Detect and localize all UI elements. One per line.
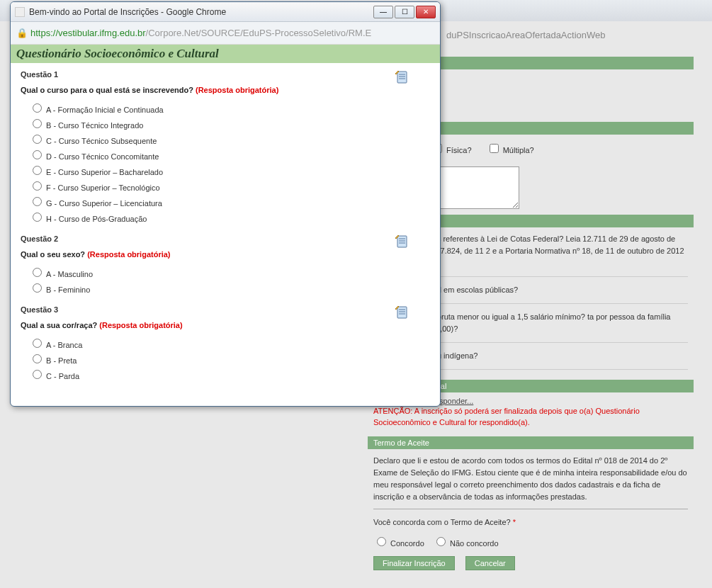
- question-1: Questão 1 Qual o curso para o qual está …: [21, 70, 430, 225]
- warning-questionario: ATENÇÃO: A inscrição só poderá ser final…: [373, 405, 688, 428]
- q1-opt-c[interactable]: C - Curso Técnico Subsequente: [29, 131, 430, 147]
- q1-opt-d[interactable]: D - Curso Técnico Concomitante: [29, 147, 430, 162]
- radio-concordo[interactable]: Concordo: [373, 539, 424, 548]
- q1-opt-a[interactable]: A - Formação Inicial e Continuada: [29, 100, 430, 115]
- question-2-number: Questão 2: [21, 234, 430, 243]
- address-bar[interactable]: 🔒 https://vestibular.ifmg.edu.br/Corpore…: [11, 22, 440, 45]
- svg-rect-8: [397, 307, 407, 318]
- q1-opt-b[interactable]: B - Curso Técnico Integrado: [29, 115, 430, 131]
- required-marker: *: [513, 518, 516, 526]
- q1-opt-f[interactable]: F - Curso Superior – Tecnológico: [29, 178, 430, 193]
- radio-nao-concordo[interactable]: Não concordo: [433, 539, 499, 548]
- q1-opt-h[interactable]: H - Curso de Pós-Graduação: [29, 209, 430, 225]
- background-url: duPSInscricaoAreaOfertadaActionWeb: [446, 30, 606, 40]
- q2-opt-b[interactable]: B - Feminino: [29, 280, 430, 295]
- url-domain: https://vestibular.ifmg.edu.br: [30, 28, 146, 38]
- notes-icon[interactable]: [395, 305, 409, 320]
- questionnaire-body[interactable]: Questão 1 Qual o curso para o qual está …: [11, 63, 440, 406]
- termo-body: Declaro que li e estou de acordo com tod…: [373, 453, 688, 504]
- q3-opt-a[interactable]: A - Branca: [29, 335, 430, 351]
- q2-opt-a[interactable]: A - Masculino: [29, 264, 430, 280]
- finalizar-button[interactable]: Finalizar Inscrição: [373, 556, 455, 570]
- popup-window: Bem-vindo ao Portal de Inscrições - Goog…: [10, 1, 441, 407]
- notes-icon[interactable]: [395, 234, 409, 249]
- url-path: /Corpore.Net/SOURCE/EduPS-ProcessoSeleti…: [146, 28, 372, 38]
- question-1-text: Qual o curso para o qual está se inscrev…: [21, 86, 430, 94]
- minimize-button[interactable]: —: [373, 6, 393, 18]
- question-2: Questão 2 Qual o seu sexo? (Resposta obr…: [21, 234, 430, 295]
- notes-icon[interactable]: [395, 70, 409, 84]
- q1-opt-g[interactable]: G - Curso Superior – Licenciatura: [29, 193, 430, 209]
- q3-opt-b[interactable]: B - Preta: [29, 351, 430, 366]
- section-header-termo: Termo de Aceite: [368, 436, 694, 449]
- question-1-number: Questão 1: [21, 70, 430, 79]
- close-button[interactable]: ✕: [416, 6, 436, 18]
- popup-titlebar[interactable]: Bem-vindo ao Portal de Inscrições - Goog…: [11, 2, 440, 22]
- question-3-number: Questão 3: [21, 305, 430, 314]
- question-3-text: Qual a sua cor/raça? (Resposta obrigatór…: [21, 321, 430, 329]
- question-1-options: A - Formação Inicial e Continuada B - Cu…: [21, 100, 430, 225]
- lock-icon: 🔒: [16, 28, 28, 38]
- question-3: Questão 3 Qual a sua cor/raça? (Resposta…: [21, 305, 430, 382]
- question-3-options: A - Branca B - Preta C - Parda: [21, 335, 430, 382]
- popup-title: Bem-vindo ao Portal de Inscrições - Goog…: [29, 7, 373, 17]
- maximize-button[interactable]: ☐: [395, 6, 414, 18]
- question-2-text: Qual o seu sexo? (Resposta obrigatória): [21, 250, 430, 259]
- svg-rect-4: [397, 236, 407, 247]
- page-icon: [15, 7, 25, 17]
- questionnaire-heading: Questionário Socioeconômico e Cultural: [11, 45, 440, 63]
- label-concorda: Você concorda com o Termo de Aceite?: [373, 518, 511, 526]
- q1-opt-e[interactable]: E - Curso Superior – Bacharelado: [29, 162, 430, 178]
- q3-opt-c[interactable]: C - Parda: [29, 366, 430, 382]
- question-2-options: A - Masculino B - Feminino: [21, 264, 430, 295]
- svg-rect-0: [397, 72, 407, 83]
- cancelar-button[interactable]: Cancelar: [465, 556, 515, 570]
- chk-multipla[interactable]: Múltipla?: [487, 146, 534, 154]
